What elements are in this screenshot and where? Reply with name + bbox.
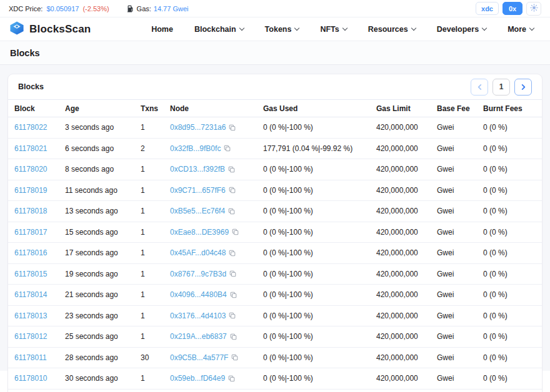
nav-item-resources[interactable]: Resources [368, 25, 416, 34]
copy-icon[interactable] [224, 145, 231, 152]
node-address-link[interactable]: 0xEae8...DE3969 [170, 228, 229, 237]
burnt-fees-value: 0 (0 %) [483, 248, 508, 257]
burnt-fees-value: 0 (0 %) [483, 228, 508, 237]
main-navbar: BlocksScan Home Blockchain Tokens NFTs R… [0, 17, 550, 41]
block-number-link[interactable]: 61178011 [14, 353, 47, 362]
copy-icon[interactable] [229, 187, 236, 194]
block-age: 30 seconds ago [65, 374, 118, 383]
node-address-link[interactable]: 0x219A...eb6837 [170, 332, 227, 341]
nav-item-tokens[interactable]: Tokens [265, 25, 299, 34]
base-fee-value: Gwei [437, 207, 454, 215]
node-address-link[interactable]: 0x45AF...d04c48 [170, 248, 226, 257]
gas-limit-value: 420,000,000 [376, 228, 418, 237]
gas-pump-icon [127, 5, 134, 12]
table-row: 61178016 17 seconds ago 1 0x45AF...d04c4… [8, 243, 542, 264]
block-txns-count: 1 [141, 123, 145, 132]
nav-label: NFTs [320, 25, 339, 34]
copy-icon[interactable] [228, 166, 235, 173]
copy-icon[interactable] [230, 333, 237, 340]
copy-icon[interactable] [229, 312, 236, 319]
brand-name: BlocksScan [29, 23, 91, 36]
copy-icon[interactable] [232, 228, 239, 235]
base-fee-value: Gwei [437, 228, 454, 237]
nav-item-home[interactable]: Home [151, 25, 173, 34]
block-number-link[interactable]: 61178020 [14, 165, 48, 174]
table-row: 61178020 8 seconds ago 1 0xCD13...f392fB… [8, 159, 542, 180]
brand-logo[interactable]: BlocksScan [9, 20, 91, 39]
copy-icon[interactable] [229, 250, 236, 257]
gas-used-value: 0 (0 %|-100 %) [263, 123, 313, 132]
topbar-controls: xdc 0x [476, 2, 541, 16]
copy-icon[interactable] [229, 270, 236, 277]
col-header-burnt-fees: Burnt Fees [477, 100, 542, 117]
base-fee-value: Gwei [437, 186, 454, 195]
gas-used-value: 0 (0 %|-100 %) [263, 186, 313, 195]
block-number-link[interactable]: 61178012 [14, 332, 48, 341]
gas-value[interactable]: 14.77 Gwei [154, 5, 189, 12]
nav-item-nfts[interactable]: NFTs [320, 25, 346, 34]
node-address-link[interactable]: 0x59eb...fD64e9 [170, 374, 225, 383]
block-number-link[interactable]: 61178021 [14, 144, 48, 153]
copy-icon[interactable] [228, 208, 235, 215]
base-fee-value: Gwei [437, 165, 454, 174]
top-stats-bar: XDC Price: $0.050917 (-2.53%) Gas: 14.77… [0, 0, 550, 17]
gas-used-value: 0 (0 %|-100 %) [263, 270, 313, 278]
copy-icon[interactable] [231, 354, 238, 361]
node-address-link[interactable]: 0xCD13...f392fB [170, 165, 225, 174]
block-number-link[interactable]: 61178010 [14, 374, 48, 383]
copy-icon[interactable] [228, 375, 235, 382]
block-age: 21 seconds ago [65, 290, 118, 299]
block-age: 15 seconds ago [65, 228, 118, 237]
burnt-fees-value: 0 (0 %) [483, 123, 508, 132]
block-number-link[interactable]: 61178019 [14, 186, 48, 195]
block-number-link[interactable]: 61178013 [14, 311, 48, 320]
chevron-down-icon [529, 25, 534, 30]
card-title: Blocks [18, 82, 44, 91]
block-number-link[interactable]: 61178016 [14, 248, 48, 257]
pagination-next-button[interactable] [514, 79, 532, 96]
table-row: 61178009 32 seconds ago 1 0xe71b...72b90… [8, 389, 542, 392]
xdc-price-value[interactable]: $0.050917 [46, 5, 79, 12]
burnt-fees-value: 0 (0 %) [483, 186, 508, 195]
block-number-link[interactable]: 61178015 [14, 270, 48, 278]
block-number-link[interactable]: 61178014 [14, 290, 48, 299]
col-header-age: Age [59, 100, 134, 117]
pagination-current-page[interactable]: 1 [492, 79, 510, 96]
gas-limit-value: 420,000,000 [376, 123, 418, 132]
table-row: 61178010 30 seconds ago 1 0x59eb...fD64e… [8, 368, 542, 390]
base-fee-value: Gwei [437, 290, 454, 299]
node-address-link[interactable]: 0x9C5B...4a577F [170, 353, 228, 362]
address-format-0x-button[interactable]: 0x [502, 2, 522, 15]
nav-item-blockchain[interactable]: Blockchain [194, 25, 244, 34]
node-address-link[interactable]: 0x4096...4480B4 [170, 290, 227, 299]
pagination-prev-button[interactable] [471, 79, 488, 96]
block-number-link[interactable]: 61178018 [14, 207, 48, 215]
nav-item-more[interactable]: More [508, 25, 534, 34]
nav-label: Blockchain [194, 25, 236, 34]
node-address-link[interactable]: 0x9C71...657fF6 [170, 186, 226, 195]
node-address-link[interactable]: 0x8767...9c7B3d [170, 270, 226, 278]
node-address-link[interactable]: 0x3176...4d4103 [170, 311, 226, 320]
nav-label: Developers [437, 25, 479, 34]
gas-limit-value: 420,000,000 [376, 248, 418, 257]
block-age: 8 seconds ago [65, 165, 114, 174]
theme-toggle-button[interactable] [526, 2, 541, 16]
block-txns-count: 1 [141, 270, 145, 278]
copy-icon[interactable] [229, 124, 236, 131]
block-number-link[interactable]: 61178017 [14, 228, 48, 237]
node-address-link[interactable]: 0x32fB...9fB0fc [170, 144, 221, 153]
gas-limit-value: 420,000,000 [376, 311, 418, 320]
nav-item-developers[interactable]: Developers [437, 25, 486, 34]
node-address-link[interactable]: 0xB5e5...Ec76f4 [170, 207, 225, 215]
burnt-fees-value: 0 (0 %) [483, 353, 508, 362]
block-age: 6 seconds ago [65, 144, 114, 153]
block-age: 3 seconds ago [65, 123, 114, 132]
copy-icon[interactable] [230, 292, 237, 298]
table-row: 61178014 21 seconds ago 1 0x4096...4480B… [8, 285, 542, 306]
node-address-link[interactable]: 0x8d95...7231a6 [170, 123, 226, 132]
table-row: 61178011 28 seconds ago 30 0x9C5B...4a57… [8, 347, 542, 368]
gas-used-value: 0 (0 %|-100 %) [263, 374, 313, 383]
gas-limit-value: 420,000,000 [376, 332, 418, 341]
address-format-xdc-button[interactable]: xdc [476, 2, 499, 15]
block-number-link[interactable]: 61178022 [14, 123, 48, 132]
